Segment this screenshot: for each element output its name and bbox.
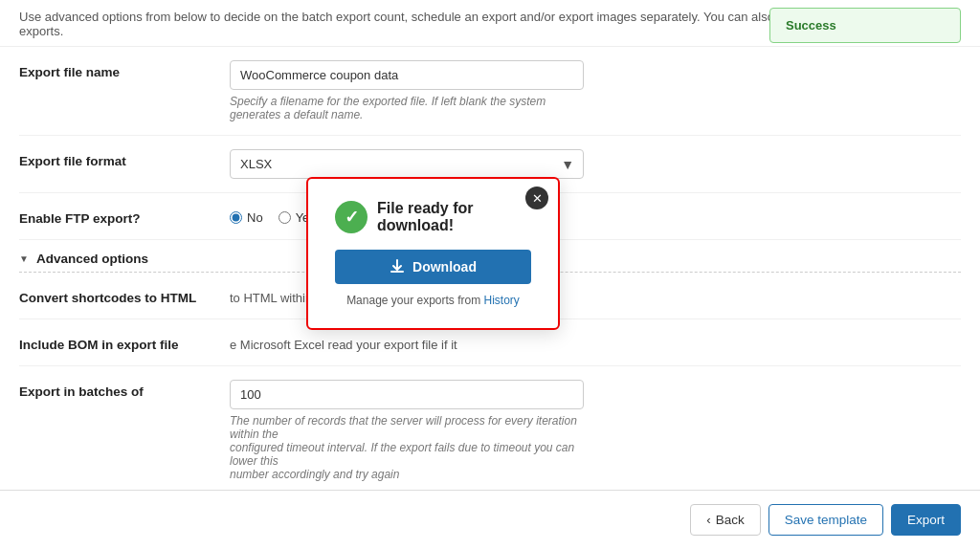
export-file-name-label: Export file name bbox=[19, 60, 230, 79]
ftp-yes-radio[interactable] bbox=[278, 211, 291, 224]
enable-ftp-label: Enable FTP export? bbox=[19, 207, 230, 226]
export-file-format-field: XLSX CSV XML JSON ▼ bbox=[230, 149, 961, 179]
export-file-name-field: Specify a filename for the exported file… bbox=[230, 60, 961, 121]
modal-history-text: Manage your exports from History bbox=[335, 294, 531, 307]
modal-close-button[interactable]: ✕ bbox=[525, 187, 548, 209]
export-file-name-input[interactable] bbox=[230, 60, 584, 90]
back-button[interactable]: ‹ Back bbox=[690, 504, 761, 536]
success-toast: Success bbox=[769, 8, 961, 43]
page-wrapper: Use advanced options from below to decid… bbox=[0, 0, 980, 549]
footer-bar: ‹ Back Save template Export bbox=[0, 490, 980, 549]
export-batches-input[interactable] bbox=[230, 380, 584, 409]
include-bom-field: e Microsoft Excel read your export file … bbox=[230, 333, 961, 352]
save-template-button[interactable]: Save template bbox=[768, 504, 883, 536]
export-file-format-label: Export file format bbox=[19, 149, 230, 168]
convert-shortcodes-label: Convert shortcodes to HTML bbox=[19, 286, 230, 305]
export-file-name-hint: Specify a filename for the exported file… bbox=[230, 95, 584, 121]
include-bom-hint: e Microsoft Excel read your export file … bbox=[230, 333, 961, 352]
ftp-no-option[interactable]: No bbox=[230, 210, 263, 225]
export-batches-hint: The number of records that the server wi… bbox=[230, 414, 584, 481]
download-button[interactable]: Download bbox=[335, 250, 531, 284]
advanced-options-label: Advanced options bbox=[36, 252, 148, 266]
check-circle-icon: ✓ bbox=[335, 201, 368, 233]
export-button[interactable]: Export bbox=[891, 504, 961, 536]
export-file-name-row: Export file name Specify a filename for … bbox=[19, 47, 961, 136]
export-batches-field: The number of records that the server wi… bbox=[230, 380, 961, 481]
download-icon bbox=[390, 259, 405, 274]
export-file-format-select[interactable]: XLSX CSV XML JSON bbox=[230, 149, 584, 179]
export-batches-row: Export in batches of The number of recor… bbox=[19, 366, 961, 495]
export-file-format-select-wrapper: XLSX CSV XML JSON ▼ bbox=[230, 149, 584, 179]
include-bom-label: Include BOM in export file bbox=[19, 333, 230, 352]
modal-success-row: ✓ File ready for download! bbox=[335, 200, 531, 234]
back-chevron-icon: ‹ bbox=[706, 513, 711, 527]
modal-title: File ready for download! bbox=[377, 200, 531, 234]
chevron-down-icon: ▼ bbox=[19, 253, 29, 264]
export-batches-label: Export in batches of bbox=[19, 380, 230, 399]
ftp-no-radio[interactable] bbox=[230, 211, 242, 224]
modal-history-link[interactable]: History bbox=[484, 294, 520, 307]
download-modal: ✕ ✓ File ready for download! Download Ma… bbox=[306, 177, 560, 330]
